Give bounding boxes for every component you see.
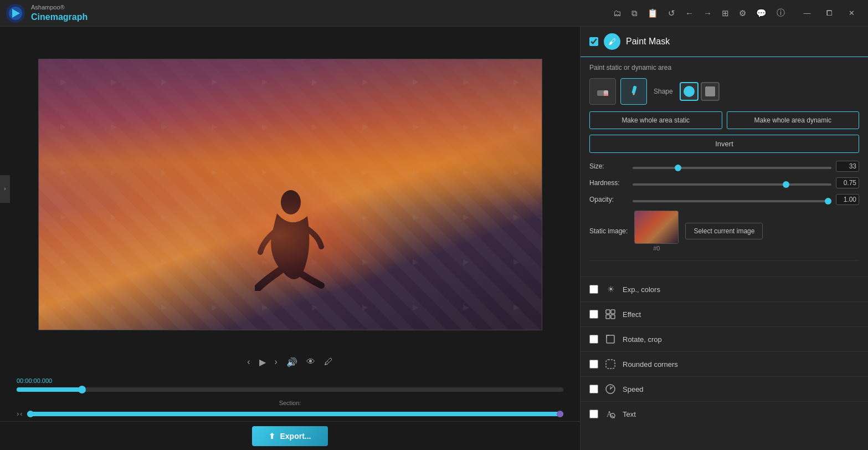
toolbar-icons: 🗂 ⧉ 📋 ↺ ← → ⊞ ⚙ 💬 ⓘ <box>613 8 785 18</box>
play-arrow: ▶ <box>391 104 441 149</box>
rounded-corners-icon <box>604 357 617 371</box>
section-arrows: › ‹ <box>17 410 23 418</box>
effect-section[interactable]: Effect <box>581 301 868 326</box>
video-container: › ▶ ▶ ▶ ▶ ▶ ▶ ▶ ▶ ▶ ▶ ▶ ▶ <box>0 27 580 351</box>
main-area: › ▶ ▶ ▶ ▶ ▶ ▶ ▶ ▶ ▶ ▶ ▶ ▶ <box>0 27 868 450</box>
volume-button[interactable]: 🔊 <box>286 357 297 367</box>
gear-icon[interactable]: ⚙ <box>739 8 746 18</box>
play-arrow: ▶ <box>240 59 290 104</box>
action-buttons: Make whole area static Make whole area d… <box>589 111 859 129</box>
export-label: Export... <box>280 432 311 441</box>
exp-colors-section[interactable]: ☀ Exp., colors <box>581 277 868 301</box>
play-arrow: ▶ <box>39 195 89 239</box>
rotate-crop-section[interactable]: Rotate, crop <box>581 326 868 351</box>
play-arrow: ▶ <box>340 149 391 194</box>
opacity-slider[interactable] <box>633 200 831 202</box>
step-back-button[interactable]: ‹ <box>247 357 250 367</box>
invert-button[interactable]: Invert <box>589 135 859 153</box>
undo-icon[interactable]: ← <box>685 8 694 18</box>
info-icon[interactable]: ⓘ <box>777 8 785 18</box>
right-panel: 🖌 Paint Mask Paint static or dynamic are… <box>580 27 868 450</box>
svg-rect-11 <box>607 335 614 343</box>
file-icon[interactable]: 🗂 <box>613 8 622 18</box>
hardness-slider[interactable] <box>633 183 831 186</box>
play-arrow: ▶ <box>240 104 290 149</box>
brush-icon: 🖌 <box>608 37 616 46</box>
dropper-button[interactable]: 🖊 <box>324 357 333 367</box>
text-checkbox[interactable] <box>589 410 598 418</box>
rounded-corners-checkbox[interactable] <box>589 360 598 369</box>
monitor-icon[interactable]: ⊞ <box>722 8 729 18</box>
rotate-crop-checkbox[interactable] <box>589 335 598 344</box>
effect-checkbox[interactable] <box>589 310 598 319</box>
play-arrow: ▶ <box>491 104 542 149</box>
static-image-thumbnail <box>634 211 679 244</box>
shape-square-option[interactable] <box>701 82 720 101</box>
svg-rect-8 <box>611 310 615 314</box>
rounded-corners-label: Rounded corners <box>623 360 678 369</box>
text-section[interactable]: A Text <box>581 401 868 426</box>
play-arrow: ▶ <box>89 149 139 194</box>
make-static-button[interactable]: Make whole area static <box>589 111 722 129</box>
play-arrow: ▶ <box>189 284 240 329</box>
size-label: Size: <box>589 162 628 170</box>
brush-tool-button[interactable] <box>620 78 647 105</box>
shape-label: Shape <box>654 88 673 95</box>
speed-icon <box>604 382 617 396</box>
duplicate-icon[interactable]: ⧉ <box>631 8 638 18</box>
clipboard-icon[interactable]: 📋 <box>648 8 658 18</box>
export-button[interactable]: ⬆ Export... <box>252 426 327 446</box>
section-back-button[interactable]: ‹ <box>20 410 22 418</box>
main-timeline-track[interactable] <box>17 387 563 392</box>
minimize-button[interactable]: — <box>796 4 818 22</box>
preview-button[interactable]: 👁 <box>306 357 315 367</box>
play-arrow: ▶ <box>139 239 189 284</box>
section-forward-button[interactable]: › <box>17 410 19 418</box>
figure-silhouette <box>255 186 327 291</box>
opacity-label: Opacity: <box>589 196 628 203</box>
step-forward-button[interactable]: › <box>275 357 278 367</box>
section-track[interactable] <box>27 412 563 416</box>
play-button[interactable]: ▶ <box>259 357 266 367</box>
eraser-tool-button[interactable] <box>589 78 616 105</box>
play-arrow: ▶ <box>441 104 491 149</box>
section-thumb-right[interactable] <box>557 411 563 417</box>
static-image-label: Static image: <box>589 227 628 235</box>
play-arrow: ▶ <box>39 104 89 149</box>
video-area: › ▶ ▶ ▶ ▶ ▶ ▶ ▶ ▶ ▶ ▶ ▶ ▶ <box>0 27 580 450</box>
thumbnail-image <box>635 211 678 243</box>
play-arrow: ▶ <box>39 239 89 284</box>
play-arrow: ▶ <box>290 104 341 149</box>
timeline-thumb[interactable] <box>78 386 86 393</box>
play-arrow: ▶ <box>39 149 89 194</box>
window-controls: — ⧠ ✕ <box>796 4 862 22</box>
rounded-corners-section[interactable]: Rounded corners <box>581 351 868 376</box>
collapse-button[interactable]: › <box>0 175 10 203</box>
svg-rect-6 <box>631 85 636 94</box>
play-arrow: ▶ <box>441 239 491 284</box>
play-arrow: ▶ <box>391 149 441 194</box>
redo-icon[interactable]: → <box>703 8 712 18</box>
paint-mask-checkbox[interactable] <box>589 37 598 46</box>
play-arrow: ▶ <box>89 104 139 149</box>
select-image-button[interactable]: Select current image <box>685 223 763 239</box>
opacity-slider-row: Opacity: 1.00 <box>589 194 859 205</box>
app-title: Ashampoo® Cinemagraph <box>31 4 88 22</box>
section-thumb-left[interactable] <box>27 411 34 417</box>
shape-circle-option[interactable] <box>680 82 698 101</box>
refresh-icon[interactable]: ↺ <box>668 8 675 18</box>
maximize-button[interactable]: ⧠ <box>818 4 840 22</box>
chat-icon[interactable]: 💬 <box>756 8 767 18</box>
exp-colors-label: Exp., colors <box>623 285 660 294</box>
size-slider[interactable] <box>633 167 831 169</box>
exp-colors-checkbox[interactable] <box>589 285 598 294</box>
speed-section[interactable]: Speed <box>581 376 868 401</box>
static-image-number: #0 <box>634 245 679 252</box>
make-dynamic-button[interactable]: Make whole area dynamic <box>727 111 860 129</box>
svg-line-14 <box>610 387 613 389</box>
close-button[interactable]: ✕ <box>840 4 862 22</box>
play-arrow: ▶ <box>139 59 189 104</box>
paint-brush-icon <box>627 85 640 98</box>
speed-label: Speed <box>623 385 644 393</box>
speed-checkbox[interactable] <box>589 385 598 393</box>
